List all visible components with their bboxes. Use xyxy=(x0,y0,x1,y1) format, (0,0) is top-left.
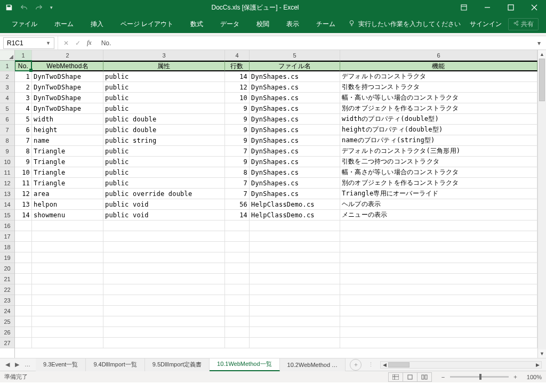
view-page-layout-icon[interactable] xyxy=(403,372,417,382)
cell[interactable] xyxy=(32,338,103,348)
cell[interactable] xyxy=(225,231,250,242)
row-header[interactable]: 22 xyxy=(0,284,14,295)
close-button[interactable] xyxy=(523,0,546,15)
row-header[interactable]: 18 xyxy=(0,242,14,252)
cell[interactable] xyxy=(225,327,250,338)
hscroll-thumb[interactable] xyxy=(388,362,410,368)
cell[interactable] xyxy=(340,231,537,242)
cell[interactable]: 56 xyxy=(225,199,250,210)
cell[interactable]: 5 xyxy=(15,114,32,125)
cell[interactable]: 6 xyxy=(15,125,32,135)
cell[interactable] xyxy=(15,242,32,252)
zoom-slider[interactable] xyxy=(450,376,509,378)
cell[interactable] xyxy=(32,316,103,327)
cell[interactable] xyxy=(225,338,250,348)
row-header[interactable]: 19 xyxy=(0,252,14,263)
cell[interactable]: DynShapes.cs xyxy=(250,71,340,82)
cell[interactable] xyxy=(250,242,340,252)
cell[interactable] xyxy=(32,295,103,306)
row-header[interactable]: 2 xyxy=(0,71,14,82)
cell[interactable]: WebMethod名 xyxy=(32,61,103,71)
tab-split-handle[interactable]: ⋮ xyxy=(366,361,376,368)
cell[interactable]: ファイル名 xyxy=(250,61,340,71)
cell[interactable] xyxy=(15,316,32,327)
ribbon-display-icon[interactable] xyxy=(452,0,476,15)
column-header[interactable]: 5 xyxy=(250,50,340,60)
cell[interactable]: heightのプロパティ(double型) xyxy=(340,125,537,135)
cell[interactable]: DynShapes.cs xyxy=(250,146,340,157)
cell[interactable]: public override double xyxy=(103,189,225,199)
tab-home[interactable]: ホーム xyxy=(46,15,82,33)
cancel-formula-icon[interactable]: ✕ xyxy=(63,39,69,47)
cell[interactable] xyxy=(15,284,32,295)
cell[interactable]: 9 xyxy=(225,114,250,125)
cell[interactable]: 機能 xyxy=(340,61,537,71)
cell[interactable]: 幅・高いが等しい場合のコンストラクタ xyxy=(340,93,537,103)
scroll-down-icon[interactable]: ▼ xyxy=(538,349,546,358)
row-header[interactable]: 6 xyxy=(0,114,14,125)
chevron-down-icon[interactable]: ▼ xyxy=(46,40,51,46)
cell[interactable] xyxy=(225,220,250,231)
cell[interactable] xyxy=(250,306,340,316)
row-header[interactable]: 20 xyxy=(0,263,14,274)
row-header[interactable]: 27 xyxy=(0,338,14,348)
cell[interactable] xyxy=(250,231,340,242)
cell[interactable]: DynTwoDShape xyxy=(32,93,103,103)
cell[interactable]: public double xyxy=(103,114,225,125)
insert-function-icon[interactable]: fx xyxy=(87,39,92,47)
cell[interactable] xyxy=(103,242,225,252)
cell[interactable]: showmenu xyxy=(32,210,103,220)
row-header[interactable]: 12 xyxy=(0,178,14,189)
cell[interactable] xyxy=(15,295,32,306)
cell[interactable] xyxy=(340,306,537,316)
column-header[interactable]: 2 xyxy=(32,50,103,60)
cell[interactable]: public string xyxy=(103,135,225,146)
save-icon[interactable] xyxy=(5,4,13,11)
row-header[interactable]: 23 xyxy=(0,295,14,306)
cell[interactable]: DynShapes.cs xyxy=(250,93,340,103)
add-sheet-button[interactable]: ＋ xyxy=(350,359,362,371)
cell[interactable]: 幅・高さが等しい場合のコンストラクタ xyxy=(340,167,537,178)
row-header[interactable]: 17 xyxy=(0,231,14,242)
cell[interactable]: デフォルトのコンストラクタ(三角形用) xyxy=(340,146,537,157)
cell[interactable] xyxy=(225,252,250,263)
cell[interactable] xyxy=(15,338,32,348)
row-header[interactable]: 4 xyxy=(0,93,14,103)
column-header[interactable]: 1 xyxy=(15,50,32,60)
cell[interactable]: Triangle xyxy=(32,157,103,167)
cell[interactable] xyxy=(340,284,537,295)
qat-customize-icon[interactable]: ▾ xyxy=(50,5,53,10)
zoom-value[interactable]: 100% xyxy=(527,374,542,380)
cell[interactable] xyxy=(340,338,537,348)
sheet-nav-prev-icon[interactable]: ◀ xyxy=(5,361,10,368)
row-header[interactable]: 5 xyxy=(0,103,14,114)
maximize-button[interactable] xyxy=(499,0,523,15)
cell[interactable]: 14 xyxy=(225,71,250,82)
cell[interactable] xyxy=(103,263,225,274)
cell[interactable] xyxy=(15,327,32,338)
cell[interactable] xyxy=(250,295,340,306)
cell[interactable]: widthのプロパティ(double型) xyxy=(340,114,537,125)
select-all-corner[interactable] xyxy=(0,50,14,61)
cell[interactable] xyxy=(15,231,32,242)
cell[interactable] xyxy=(250,338,340,348)
expand-formula-bar-icon[interactable]: ▾ xyxy=(532,39,546,47)
cell[interactable]: 9 xyxy=(225,103,250,114)
cell[interactable] xyxy=(250,220,340,231)
row-header[interactable]: 1 xyxy=(0,61,14,71)
cell[interactable]: area xyxy=(32,189,103,199)
accept-formula-icon[interactable]: ✓ xyxy=(75,39,81,47)
cell[interactable]: width xyxy=(32,114,103,125)
cell[interactable]: 4 xyxy=(15,103,32,114)
cell[interactable]: 10 xyxy=(225,93,250,103)
cell[interactable]: メニューの表示 xyxy=(340,210,537,220)
cell[interactable]: 13 xyxy=(15,199,32,210)
cell[interactable]: public xyxy=(103,82,225,93)
view-normal-icon[interactable] xyxy=(388,372,403,382)
cell[interactable]: 3 xyxy=(15,93,32,103)
sheet-tab[interactable]: 9.3Event一覧 xyxy=(36,358,86,371)
minimize-button[interactable] xyxy=(476,0,499,15)
cell[interactable] xyxy=(250,316,340,327)
cell[interactable]: 14 xyxy=(225,210,250,220)
cell[interactable] xyxy=(225,263,250,274)
